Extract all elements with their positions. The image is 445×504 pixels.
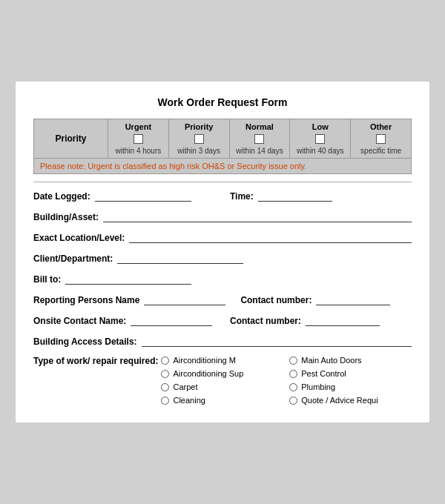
exact-location-input[interactable] bbox=[129, 231, 412, 243]
date-logged-label: Date Logged: bbox=[33, 191, 90, 202]
priority-header-row: Priority Urgent within 4 hours Priority … bbox=[34, 119, 411, 159]
exact-location-row: Exact Location/Level: bbox=[33, 231, 412, 243]
work-type-text: Cleaning bbox=[173, 396, 205, 405]
work-type-text: Airconditioning M bbox=[173, 356, 235, 365]
client-dept-label: Client/Department: bbox=[33, 253, 113, 264]
radio-circle[interactable] bbox=[161, 383, 169, 391]
contact-number-label: Contact number: bbox=[240, 295, 312, 305]
onsite-group: Onsite Contact Name: bbox=[33, 314, 215, 326]
work-type-text: Pest Control bbox=[301, 369, 346, 378]
work-type-section: Type of work/ repair required: Aircondit… bbox=[33, 356, 412, 405]
contact-number2-label: Contact number: bbox=[230, 316, 301, 326]
priority-checkbox[interactable] bbox=[194, 134, 204, 144]
building-access-row: Building Access Details: bbox=[33, 335, 412, 347]
radio-circle[interactable] bbox=[289, 397, 297, 405]
work-type-text: Main Auto Doors bbox=[301, 356, 361, 365]
reporting-persons-input[interactable] bbox=[144, 294, 225, 305]
form-title: Work Order Request Form bbox=[33, 96, 412, 108]
priority-table: Priority Urgent within 4 hours Priority … bbox=[33, 119, 412, 174]
client-dept-input[interactable] bbox=[117, 252, 243, 264]
work-type-item[interactable]: Airconditioning M bbox=[161, 356, 283, 365]
priority-col-low: Low within 40 days bbox=[290, 119, 351, 158]
radio-circle[interactable] bbox=[289, 383, 297, 391]
date-logged-input[interactable] bbox=[95, 190, 191, 202]
col-sub: within 3 days bbox=[177, 147, 220, 155]
onsite-contact-row: Onsite Contact Name: Contact number: bbox=[33, 314, 412, 326]
work-type-item[interactable]: Pest Control bbox=[289, 369, 412, 378]
building-asset-row: Building/Asset: bbox=[33, 210, 412, 222]
radio-circle[interactable] bbox=[161, 357, 169, 365]
radio-circle[interactable] bbox=[161, 370, 169, 378]
building-asset-input[interactable] bbox=[103, 210, 412, 222]
bill-to-row: Bill to: bbox=[33, 273, 412, 285]
building-asset-label: Building/Asset: bbox=[33, 212, 99, 222]
work-type-item[interactable]: Quote / Advice Requi bbox=[289, 396, 412, 405]
priority-col-other: Other specific time bbox=[351, 119, 411, 158]
onsite-contact-input[interactable] bbox=[131, 314, 212, 326]
work-type-item[interactable]: Carpet bbox=[161, 382, 283, 391]
bill-to-input[interactable] bbox=[65, 273, 191, 285]
work-type-item[interactable]: Main Auto Doors bbox=[289, 356, 412, 365]
priority-note: Please note: Urgent is classified as hig… bbox=[34, 159, 411, 173]
reporting-group: Reporting Persons Name bbox=[33, 294, 225, 305]
priority-col-priority: Priority within 3 days bbox=[169, 119, 230, 158]
col-name: Urgent bbox=[125, 122, 151, 131]
col-name: Priority bbox=[185, 122, 214, 131]
col-name: Low bbox=[312, 122, 329, 131]
bill-to-label: Bill to: bbox=[33, 274, 61, 285]
onsite-contact-label: Onsite Contact Name: bbox=[33, 316, 126, 326]
form-container: Work Order Request Form Priority Urgent … bbox=[15, 81, 430, 423]
priority-col-urgent: Urgent within 4 hours bbox=[108, 119, 169, 158]
reporting-contact-row: Reporting Persons Name Contact number: bbox=[33, 294, 412, 305]
contact-number-input[interactable] bbox=[316, 294, 390, 305]
reporting-persons-label: Reporting Persons Name bbox=[33, 295, 139, 305]
radio-circle[interactable] bbox=[289, 370, 297, 378]
work-type-item[interactable]: Cleaning bbox=[161, 396, 283, 405]
priority-checkbox[interactable] bbox=[315, 134, 325, 144]
priority-checkbox[interactable] bbox=[376, 134, 386, 144]
time-group: Time: bbox=[230, 190, 412, 202]
work-type-item[interactable]: Plumbing bbox=[289, 382, 412, 391]
time-input[interactable] bbox=[258, 190, 332, 202]
client-dept-row: Client/Department: bbox=[33, 252, 412, 264]
contact-number2-input[interactable] bbox=[306, 314, 380, 326]
date-time-row: Date Logged: Time: bbox=[33, 190, 412, 202]
priority-columns: Urgent within 4 hours Priority within 3 … bbox=[108, 119, 411, 158]
priority-label: Priority bbox=[34, 119, 108, 158]
time-label: Time: bbox=[230, 191, 254, 202]
date-logged-group: Date Logged: bbox=[33, 190, 215, 202]
col-name: Other bbox=[370, 122, 392, 131]
contact-number2-group: Contact number: bbox=[230, 314, 412, 326]
col-sub: specific time bbox=[360, 147, 401, 155]
building-access-input[interactable] bbox=[142, 335, 412, 347]
work-type-item[interactable]: Airconditioning Sup bbox=[161, 369, 283, 378]
work-type-text: Quote / Advice Requi bbox=[301, 396, 378, 405]
radio-circle[interactable] bbox=[161, 397, 169, 405]
priority-checkbox[interactable] bbox=[134, 134, 143, 144]
work-type-label: Type of work/ repair required: bbox=[33, 356, 158, 405]
radio-circle[interactable] bbox=[289, 357, 297, 365]
col-sub: within 4 hours bbox=[116, 147, 162, 155]
col-sub: within 14 days bbox=[236, 147, 283, 155]
building-access-label: Building Access Details: bbox=[33, 336, 137, 347]
exact-location-label: Exact Location/Level: bbox=[33, 233, 125, 243]
work-type-text: Carpet bbox=[173, 382, 197, 391]
work-type-text: Airconditioning Sup bbox=[173, 369, 243, 378]
contact-number-group: Contact number: bbox=[240, 294, 412, 305]
priority-col-normal: Normal within 14 days bbox=[230, 119, 291, 158]
priority-checkbox[interactable] bbox=[254, 134, 264, 144]
col-name: Normal bbox=[245, 122, 274, 131]
col-sub: within 40 days bbox=[297, 147, 343, 155]
work-type-text: Plumbing bbox=[301, 382, 335, 391]
work-type-grid: Airconditioning M Main Auto Doors Aircon… bbox=[161, 356, 412, 405]
